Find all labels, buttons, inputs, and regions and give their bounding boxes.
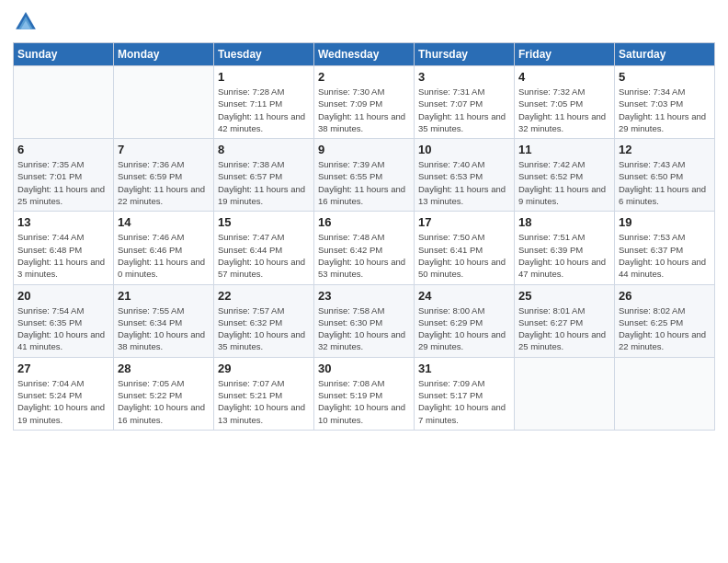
calendar-cell: 13Sunrise: 7:44 AMSunset: 6:48 PMDayligh… [14, 212, 114, 284]
day-number: 25 [518, 289, 610, 303]
day-info: Sunrise: 7:46 AMSunset: 6:46 PMDaylight:… [118, 231, 210, 280]
calendar-cell: 20Sunrise: 7:54 AMSunset: 6:35 PMDayligh… [14, 284, 114, 357]
day-info: Sunrise: 7:09 AMSunset: 5:17 PMDaylight:… [418, 377, 510, 426]
day-number: 15 [218, 215, 310, 229]
day-number: 19 [619, 215, 711, 229]
calendar-cell: 22Sunrise: 7:57 AMSunset: 6:32 PMDayligh… [214, 284, 314, 357]
day-number: 11 [518, 143, 610, 156]
day-header-monday: Monday [114, 43, 214, 66]
day-number: 23 [318, 289, 410, 303]
calendar-cell [14, 66, 114, 139]
calendar-cell: 17Sunrise: 7:50 AMSunset: 6:41 PMDayligh… [415, 212, 515, 284]
day-info: Sunrise: 7:42 AMSunset: 6:52 PMDaylight:… [518, 158, 610, 207]
day-info: Sunrise: 7:28 AMSunset: 7:11 PMDaylight:… [218, 86, 310, 134]
day-info: Sunrise: 7:35 AMSunset: 7:01 PMDaylight:… [17, 158, 109, 207]
logo-icon [13, 9, 39, 35]
week-row-2: 6Sunrise: 7:35 AMSunset: 7:01 PMDaylight… [14, 139, 715, 212]
day-number: 9 [318, 143, 410, 156]
day-info: Sunrise: 7:57 AMSunset: 6:32 PMDaylight:… [218, 304, 310, 353]
calendar-cell: 21Sunrise: 7:55 AMSunset: 6:34 PMDayligh… [114, 284, 214, 357]
calendar-cell: 6Sunrise: 7:35 AMSunset: 7:01 PMDaylight… [14, 139, 114, 212]
day-number: 1 [218, 70, 310, 84]
day-info: Sunrise: 7:38 AMSunset: 6:57 PMDaylight:… [218, 158, 310, 207]
calendar-cell: 7Sunrise: 7:36 AMSunset: 6:59 PMDaylight… [114, 139, 214, 212]
day-info: Sunrise: 7:05 AMSunset: 5:22 PMDaylight:… [118, 377, 210, 426]
day-number: 14 [118, 215, 210, 229]
day-number: 28 [118, 362, 210, 375]
day-number: 18 [518, 215, 610, 229]
week-row-4: 20Sunrise: 7:54 AMSunset: 6:35 PMDayligh… [14, 284, 715, 357]
day-info: Sunrise: 7:31 AMSunset: 7:07 PMDaylight:… [418, 86, 510, 134]
calendar-cell: 2Sunrise: 7:30 AMSunset: 7:09 PMDaylight… [314, 66, 415, 139]
day-info: Sunrise: 7:48 AMSunset: 6:42 PMDaylight:… [318, 231, 410, 280]
calendar-cell: 26Sunrise: 8:02 AMSunset: 6:25 PMDayligh… [615, 284, 715, 357]
calendar-cell: 1Sunrise: 7:28 AMSunset: 7:11 PMDaylight… [214, 66, 314, 139]
calendar-cell: 25Sunrise: 8:01 AMSunset: 6:27 PMDayligh… [515, 284, 615, 357]
day-info: Sunrise: 7:43 AMSunset: 6:50 PMDaylight:… [619, 158, 711, 207]
day-info: Sunrise: 8:01 AMSunset: 6:27 PMDaylight:… [518, 304, 610, 353]
day-number: 4 [518, 70, 610, 84]
calendar-table: SundayMondayTuesdayWednesdayThursdayFrid… [13, 42, 715, 431]
day-info: Sunrise: 7:53 AMSunset: 6:37 PMDaylight:… [619, 231, 711, 280]
week-row-1: 1Sunrise: 7:28 AMSunset: 7:11 PMDaylight… [14, 66, 715, 139]
day-info: Sunrise: 8:02 AMSunset: 6:25 PMDaylight:… [619, 304, 711, 353]
calendar-cell: 19Sunrise: 7:53 AMSunset: 6:37 PMDayligh… [615, 212, 715, 284]
week-row-5: 27Sunrise: 7:04 AMSunset: 5:24 PMDayligh… [14, 357, 715, 430]
calendar-cell: 24Sunrise: 8:00 AMSunset: 6:29 PMDayligh… [415, 284, 515, 357]
day-header-wednesday: Wednesday [314, 43, 415, 66]
calendar-cell: 18Sunrise: 7:51 AMSunset: 6:39 PMDayligh… [515, 212, 615, 284]
calendar-cell: 9Sunrise: 7:39 AMSunset: 6:55 PMDaylight… [314, 139, 415, 212]
calendar-cell: 27Sunrise: 7:04 AMSunset: 5:24 PMDayligh… [14, 357, 114, 430]
calendar-cell [114, 66, 214, 139]
header [13, 9, 715, 35]
calendar-cell [615, 357, 715, 430]
day-info: Sunrise: 7:07 AMSunset: 5:21 PMDaylight:… [218, 377, 310, 426]
day-info: Sunrise: 7:58 AMSunset: 6:30 PMDaylight:… [318, 304, 410, 353]
day-number: 12 [619, 143, 711, 156]
day-header-saturday: Saturday [615, 43, 715, 66]
day-info: Sunrise: 7:36 AMSunset: 6:59 PMDaylight:… [118, 158, 210, 207]
day-number: 17 [418, 215, 510, 229]
header-row: SundayMondayTuesdayWednesdayThursdayFrid… [14, 43, 715, 66]
day-info: Sunrise: 7:30 AMSunset: 7:09 PMDaylight:… [318, 86, 410, 134]
day-info: Sunrise: 7:40 AMSunset: 6:53 PMDaylight:… [418, 158, 510, 207]
day-number: 21 [118, 289, 210, 303]
day-header-tuesday: Tuesday [214, 43, 314, 66]
calendar-cell: 12Sunrise: 7:43 AMSunset: 6:50 PMDayligh… [615, 139, 715, 212]
day-number: 27 [17, 362, 109, 375]
calendar-cell: 31Sunrise: 7:09 AMSunset: 5:17 PMDayligh… [415, 357, 515, 430]
day-number: 13 [17, 215, 109, 229]
day-number: 5 [619, 70, 711, 84]
calendar-cell: 11Sunrise: 7:42 AMSunset: 6:52 PMDayligh… [515, 139, 615, 212]
day-number: 2 [318, 70, 410, 84]
day-info: Sunrise: 7:54 AMSunset: 6:35 PMDaylight:… [17, 304, 109, 353]
day-number: 29 [218, 362, 310, 375]
calendar-cell: 30Sunrise: 7:08 AMSunset: 5:19 PMDayligh… [314, 357, 415, 430]
day-info: Sunrise: 7:04 AMSunset: 5:24 PMDaylight:… [17, 377, 109, 426]
calendar-cell: 29Sunrise: 7:07 AMSunset: 5:21 PMDayligh… [214, 357, 314, 430]
calendar-cell: 15Sunrise: 7:47 AMSunset: 6:44 PMDayligh… [214, 212, 314, 284]
week-row-3: 13Sunrise: 7:44 AMSunset: 6:48 PMDayligh… [14, 212, 715, 284]
day-number: 24 [418, 289, 510, 303]
calendar-cell: 8Sunrise: 7:38 AMSunset: 6:57 PMDaylight… [214, 139, 314, 212]
day-number: 6 [17, 143, 109, 156]
day-info: Sunrise: 7:32 AMSunset: 7:05 PMDaylight:… [518, 86, 610, 134]
day-info: Sunrise: 7:08 AMSunset: 5:19 PMDaylight:… [318, 377, 410, 426]
day-number: 3 [418, 70, 510, 84]
day-info: Sunrise: 7:47 AMSunset: 6:44 PMDaylight:… [218, 231, 310, 280]
day-number: 20 [17, 289, 109, 303]
day-header-thursday: Thursday [415, 43, 515, 66]
calendar-cell: 10Sunrise: 7:40 AMSunset: 6:53 PMDayligh… [415, 139, 515, 212]
calendar-cell: 28Sunrise: 7:05 AMSunset: 5:22 PMDayligh… [114, 357, 214, 430]
calendar-cell: 23Sunrise: 7:58 AMSunset: 6:30 PMDayligh… [314, 284, 415, 357]
day-header-friday: Friday [515, 43, 615, 66]
day-number: 16 [318, 215, 410, 229]
calendar-cell: 14Sunrise: 7:46 AMSunset: 6:46 PMDayligh… [114, 212, 214, 284]
logo [13, 9, 42, 35]
day-info: Sunrise: 8:00 AMSunset: 6:29 PMDaylight:… [418, 304, 510, 353]
calendar-cell [515, 357, 615, 430]
day-number: 10 [418, 143, 510, 156]
day-header-sunday: Sunday [14, 43, 114, 66]
day-info: Sunrise: 7:50 AMSunset: 6:41 PMDaylight:… [418, 231, 510, 280]
day-info: Sunrise: 7:55 AMSunset: 6:34 PMDaylight:… [118, 304, 210, 353]
